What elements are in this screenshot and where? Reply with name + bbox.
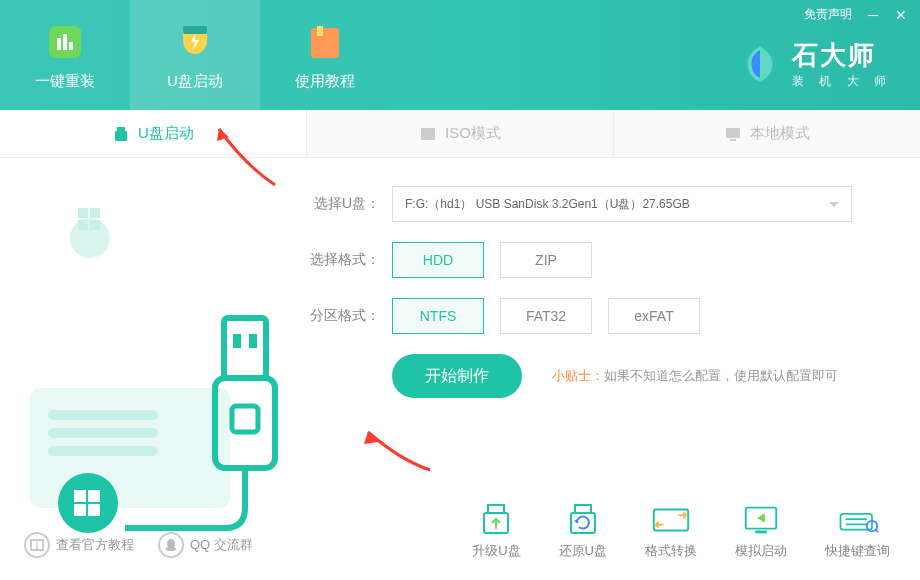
action-simulate[interactable]: 模拟启动 [735,504,787,560]
book-icon [303,20,347,64]
svg-rect-23 [78,220,88,230]
mode-tab-usb[interactable]: U盘启动 [0,110,307,157]
monitor-icon [724,125,742,143]
action-hotkey[interactable]: 快捷键查询 [825,504,890,560]
svg-rect-19 [74,504,86,516]
mode-tab-local[interactable]: 本地模式 [614,110,920,157]
format-option-hdd[interactable]: HDD [392,242,484,278]
svg-rect-22 [90,208,100,218]
action-label: 模拟启动 [735,542,787,560]
svg-rect-5 [311,28,339,58]
link-qq[interactable]: QQ 交流群 [158,532,253,558]
nav-tab-label: U盘启动 [167,72,223,91]
disk-value: F:G:（hd1） USB SanDisk 3.2Gen1（U盘）27.65GB [405,196,690,213]
link-label: QQ 交流群 [190,536,253,554]
svg-point-45 [166,547,176,551]
svg-rect-6 [317,26,323,36]
iso-icon [419,125,437,143]
svg-rect-17 [74,490,86,502]
partition-option-exfat[interactable]: exFAT [608,298,700,334]
svg-line-41 [875,530,878,533]
brand-subtitle: 装 机 大 师 [792,73,892,90]
action-upgrade[interactable]: 升级U盘 [472,504,520,560]
nav-tab-reinstall[interactable]: 一键重装 [0,0,130,110]
svg-rect-18 [88,490,100,502]
mode-tab-label: 本地模式 [750,124,810,143]
link-label: 查看官方教程 [56,536,134,554]
svg-rect-29 [232,406,258,432]
nav-tab-label: 使用教程 [295,72,355,91]
svg-rect-11 [730,139,736,141]
keyboard-icon [837,504,879,536]
svg-rect-30 [488,505,504,513]
svg-rect-36 [755,531,766,534]
close-button[interactable]: ✕ [894,8,908,22]
format-label: 选择格式： [310,251,380,269]
simulate-icon [740,504,782,536]
svg-rect-27 [233,334,241,348]
mode-tab-label: U盘启动 [138,124,194,143]
partition-option-ntfs[interactable]: NTFS [392,298,484,334]
partition-option-fat32[interactable]: FAT32 [500,298,592,334]
nav-tab-usb[interactable]: U盘启动 [130,0,260,110]
action-label: 还原U盘 [559,542,607,560]
bar-chart-icon [43,20,87,64]
svg-point-16 [58,473,118,533]
nav-tabs: 一键重装 U盘启动 使用教程 [0,0,390,110]
action-convert[interactable]: 格式转换 [645,504,697,560]
svg-rect-13 [48,410,158,420]
bottom-actions: 升级U盘 还原U盘 格式转换 模拟启动 快捷键查询 [472,504,890,560]
convert-icon [650,504,692,536]
start-button[interactable]: 开始制作 [392,354,522,398]
svg-rect-9 [421,128,435,140]
format-option-zip[interactable]: ZIP [500,242,592,278]
usb-icon [112,125,130,143]
svg-rect-8 [115,131,127,141]
nav-tab-tutorial[interactable]: 使用教程 [260,0,390,110]
restore-icon [562,504,604,536]
minimize-button[interactable]: ─ [866,8,880,22]
usb-illustration [0,158,300,518]
app-header: 一键重装 U盘启动 使用教程 免责声明 ─ ✕ 石大师 装 机 大 师 [0,0,920,110]
action-label: 格式转换 [645,542,697,560]
form-area: 选择U盘： F:G:（hd1） USB SanDisk 3.2Gen1（U盘）2… [300,158,920,518]
mode-tab-iso[interactable]: ISO模式 [307,110,614,157]
content-area: 选择U盘： F:G:（hd1） USB SanDisk 3.2Gen1（U盘）2… [0,158,920,518]
svg-rect-4 [183,26,207,34]
svg-rect-15 [48,446,158,456]
disk-label: 选择U盘： [310,195,380,213]
upgrade-icon [475,504,517,536]
mode-tab-label: ISO模式 [445,124,501,143]
nav-tab-label: 一键重装 [35,72,95,91]
qq-icon [158,532,184,558]
tip-text: 小贴士：如果不知道怎么配置，使用默认配置即可 [552,367,838,385]
svg-rect-24 [90,220,100,230]
partition-label: 分区格式： [310,307,380,325]
disk-select[interactable]: F:G:（hd1） USB SanDisk 3.2Gen1（U盘）27.65GB [392,186,852,222]
action-label: 升级U盘 [472,542,520,560]
svg-rect-14 [48,428,158,438]
window-controls: 免责声明 ─ ✕ [804,6,908,23]
svg-rect-3 [69,42,73,50]
brand: 石大师 装 机 大 师 [738,38,892,90]
svg-rect-1 [57,38,61,50]
svg-rect-10 [726,128,740,138]
link-tutorial[interactable]: 查看官方教程 [24,532,134,558]
svg-rect-2 [63,34,67,50]
shield-bolt-icon [173,20,217,64]
svg-rect-34 [654,510,688,531]
svg-rect-28 [249,334,257,348]
action-label: 快捷键查询 [825,542,890,560]
mode-tabs: U盘启动 ISO模式 本地模式 [0,110,920,158]
svg-rect-32 [575,505,591,513]
brand-logo-icon [738,42,782,86]
svg-rect-26 [224,318,266,378]
disclaimer-link[interactable]: 免责声明 [804,6,852,23]
tutorial-icon [24,532,50,558]
brand-title: 石大师 [792,38,892,73]
bottom-left-links: 查看官方教程 QQ 交流群 [24,532,253,558]
action-restore[interactable]: 还原U盘 [559,504,607,560]
svg-rect-20 [88,504,100,516]
svg-rect-21 [78,208,88,218]
svg-rect-7 [117,127,125,131]
